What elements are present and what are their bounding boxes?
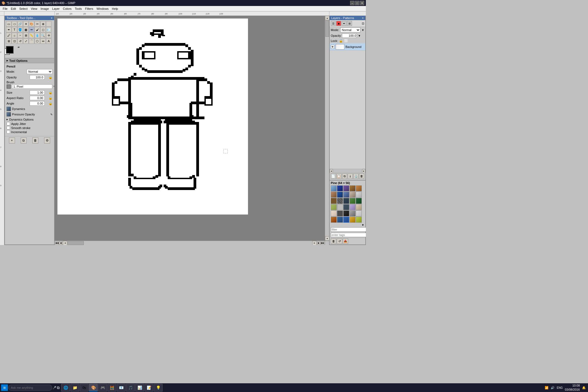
close-button[interactable]: ✕	[360, 1, 364, 5]
aspect-lock-icon[interactable]: 🔒	[48, 96, 53, 100]
tool-text[interactable]: T	[12, 27, 17, 32]
smooth-stroke-checkbox[interactable]	[7, 126, 10, 130]
scroll-up-arrow[interactable]: ▴	[325, 16, 329, 20]
tool-convolve[interactable]: ⊞	[23, 33, 29, 38]
menu-colors[interactable]: Colors	[61, 7, 73, 11]
tool-foreground-select[interactable]: ⊕	[40, 21, 46, 27]
pattern-3[interactable]	[343, 185, 349, 191]
tool-color-picker[interactable]: 💧	[35, 33, 40, 38]
canvas-area[interactable]: ◀◀ ◀ ◂ ▸ ▶ ▶▶ ▴ ▾	[55, 16, 329, 245]
tool-bucket-fill[interactable]: 🪣	[17, 27, 23, 32]
merge-down-button[interactable]: ⤓	[348, 173, 353, 179]
scroll-left-fast[interactable]: ◀◀	[55, 241, 59, 245]
tool-shear[interactable]: ⌒	[29, 38, 34, 44]
scroll-down-arrow[interactable]: ▾	[325, 236, 329, 241]
menu-view[interactable]: View	[29, 7, 39, 11]
new-item-button[interactable]: +	[9, 137, 15, 143]
tool-flip[interactable]: ⇔	[40, 38, 46, 44]
lock-alpha-icon[interactable]: ⬜	[344, 39, 348, 43]
menu-edit[interactable]: Edit	[9, 7, 18, 11]
size-input[interactable]	[30, 90, 45, 95]
mode-select[interactable]: Normal	[27, 69, 53, 74]
layers-scroll-right[interactable]: ▸	[362, 169, 365, 173]
paths-icon[interactable]: ✒	[342, 21, 347, 26]
tool-free-select[interactable]: 🔗	[17, 21, 23, 27]
pattern-14[interactable]	[350, 198, 356, 204]
tool-move[interactable]: ✛	[46, 33, 51, 38]
layers-opacity-arrow[interactable]: ▼	[358, 34, 361, 37]
tool-pencil[interactable]: ✏	[29, 27, 34, 32]
tool-zoom[interactable]: 🔍	[40, 33, 46, 38]
pattern-30[interactable]	[356, 217, 362, 223]
pattern-12[interactable]	[337, 198, 343, 204]
opacity-lock-icon[interactable]: 🔒	[48, 75, 53, 79]
tool-rotate[interactable]: ↺	[17, 38, 23, 44]
delete-layer-button[interactable]: 🗑	[359, 173, 364, 179]
duplicate-button[interactable]: ⧉	[21, 137, 27, 143]
pattern-13[interactable]	[343, 198, 349, 204]
pattern-11[interactable]	[331, 198, 337, 204]
pattern-23[interactable]	[343, 210, 349, 216]
layer-visibility-eye[interactable]: 👁	[331, 45, 335, 49]
pattern-trash-button[interactable]: 🗑	[331, 238, 336, 244]
patterns-icon[interactable]: ⊞	[347, 21, 352, 26]
pattern-18[interactable]	[343, 204, 349, 210]
menu-help[interactable]: Help	[110, 7, 120, 11]
layer-item-background[interactable]: 👁 Background	[330, 43, 365, 51]
menu-image[interactable]: Image	[39, 7, 51, 11]
pattern-8[interactable]	[343, 192, 349, 198]
tool-text2[interactable]: A	[46, 38, 51, 44]
swap-colors-icon[interactable]: ⇄	[18, 46, 20, 48]
tool-airbrush[interactable]: 💨	[46, 27, 51, 32]
menu-file[interactable]: File	[1, 7, 9, 11]
menu-layer[interactable]: Layer	[51, 7, 62, 11]
anchor-layer-button[interactable]: ⚓	[353, 173, 359, 179]
pattern-1[interactable]	[331, 185, 337, 191]
tool-perspective[interactable]: ⬡	[35, 38, 40, 44]
pattern-27[interactable]	[337, 217, 343, 223]
menu-tools[interactable]: Tools	[73, 7, 84, 11]
v-scroll-track[interactable]	[325, 20, 329, 236]
settings-button[interactable]: ⚙	[44, 137, 50, 143]
pattern-6[interactable]	[331, 192, 337, 198]
angle-input[interactable]	[30, 101, 45, 106]
scroll-right-fast[interactable]: ▶▶	[321, 241, 324, 245]
tool-ellipse-select[interactable]: ⬭	[12, 21, 17, 27]
delete-button[interactable]: 🗑	[32, 137, 38, 143]
new-layer-button[interactable]: 📄	[331, 173, 336, 179]
layers-mode-select[interactable]: Normal	[340, 27, 361, 32]
scroll-right-arrow[interactable]: ▸	[312, 241, 317, 245]
dynamics-options-toggle[interactable]: ▸ Dynamics Options	[7, 117, 53, 122]
opacity-input[interactable]	[30, 75, 45, 79]
pattern-22[interactable]	[337, 210, 343, 216]
pattern-25[interactable]	[356, 210, 362, 216]
minimize-button[interactable]: –	[350, 1, 354, 5]
patterns-down-arrow[interactable]: ▼	[362, 223, 364, 226]
tool-fuzzy-select[interactable]: ✦	[23, 21, 29, 27]
pattern-28-selected[interactable]	[343, 217, 349, 223]
size-lock-icon[interactable]: 🔒	[48, 91, 53, 94]
layers-list-icon[interactable]: ☰	[331, 21, 336, 26]
menu-select[interactable]: Select	[18, 7, 29, 11]
foreground-color-swatch[interactable]	[6, 46, 14, 54]
pattern-2[interactable]	[337, 185, 343, 191]
pattern-export-button[interactable]: 📤	[343, 238, 348, 244]
patterns-scroll-down[interactable]: ▼	[330, 223, 365, 227]
tool-scissors[interactable]: ✂	[35, 21, 40, 27]
menu-windows[interactable]: Windows	[95, 7, 110, 11]
tool-align[interactable]: ⊞	[6, 38, 11, 44]
layers-close-icon[interactable]: ×	[362, 16, 364, 20]
pattern-10[interactable]	[356, 192, 362, 198]
aspect-input[interactable]	[30, 96, 45, 100]
lock-pixels-icon[interactable]: 🔒	[339, 39, 343, 43]
scroll-left[interactable]: ◀	[59, 241, 62, 245]
pattern-4[interactable]	[350, 185, 356, 191]
brush-name-input[interactable]	[12, 84, 52, 89]
tool-ink[interactable]: 🖊	[6, 33, 11, 38]
maximize-button[interactable]: □	[355, 1, 359, 5]
layers-scroll-left[interactable]: ◂	[330, 169, 333, 173]
new-layer-from-visible[interactable]: 📋	[336, 173, 342, 179]
pattern-19[interactable]	[350, 204, 356, 210]
duplicate-layer-button[interactable]: ⧉	[342, 173, 347, 179]
pattern-26[interactable]	[331, 217, 337, 223]
